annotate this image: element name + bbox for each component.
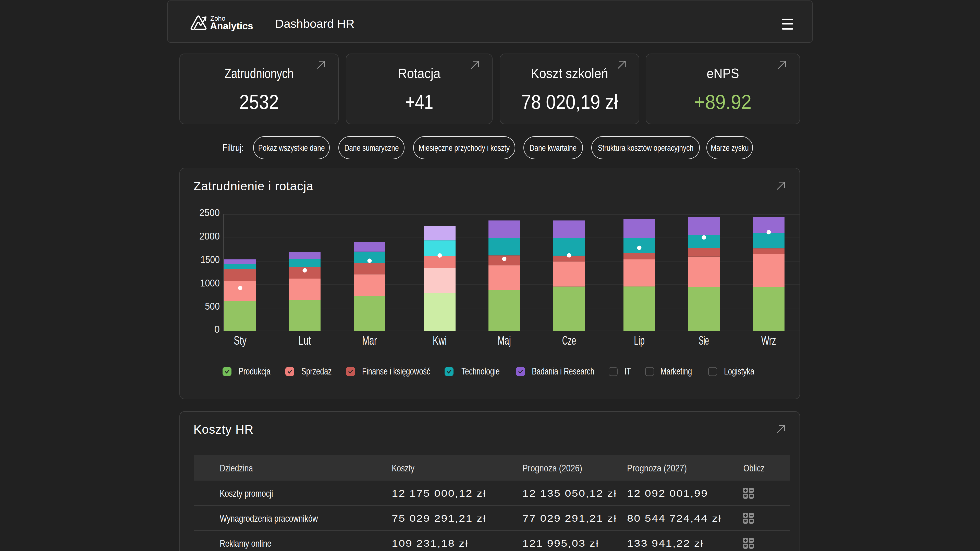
svg-text:500: 500 [205, 301, 220, 312]
svg-text:Wrz: Wrz [761, 333, 776, 347]
svg-text:0: 0 [215, 324, 220, 335]
svg-text:Kwi: Kwi [433, 333, 447, 347]
svg-text:Lip: Lip [634, 333, 645, 347]
svg-text:Lut: Lut [299, 333, 311, 347]
svg-text:Mar: Mar [362, 333, 377, 347]
svg-text:1500: 1500 [200, 254, 220, 265]
svg-text:Cze: Cze [562, 333, 576, 347]
svg-text:2000: 2000 [199, 231, 220, 241]
svg-text:Maj: Maj [498, 333, 511, 347]
svg-text:Sie: Sie [699, 333, 709, 347]
svg-text:1000: 1000 [200, 278, 220, 289]
svg-text:Sty: Sty [234, 333, 247, 347]
svg-text:2500: 2500 [199, 207, 220, 218]
